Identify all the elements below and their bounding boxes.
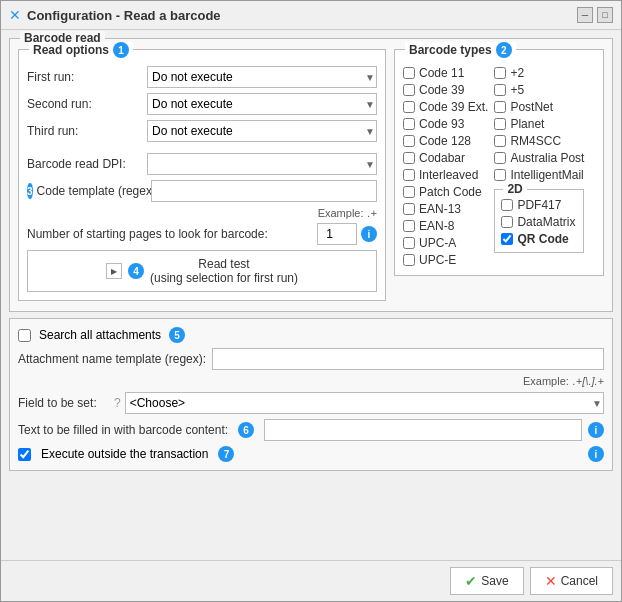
cb-rm4scc: RM4SCC — [494, 134, 584, 148]
cb-postnet-input[interactable] — [494, 101, 506, 113]
second-run-select[interactable]: Do not execute — [147, 93, 377, 115]
save-label: Save — [481, 574, 508, 588]
cb-codabar-input[interactable] — [403, 152, 415, 164]
template-label: Code template (regex): — [37, 184, 160, 198]
execute-info-icon[interactable]: i — [588, 446, 604, 462]
search-all-checkbox[interactable] — [18, 329, 31, 342]
cb-code39: Code 39 — [403, 83, 488, 97]
cb-code128-label: Code 128 — [419, 134, 471, 148]
cb-upce: UPC-E — [403, 253, 488, 267]
cb-qrcode-input[interactable] — [501, 233, 513, 245]
read-options-group: Read options 1 First run: Do not execute — [18, 49, 386, 301]
barcode-col2: +2 +5 PostNet — [494, 66, 584, 267]
cb-plus2: +2 — [494, 66, 584, 80]
field-label: Field to be set: — [18, 396, 108, 410]
main-content: Barcode read Read options 1 First run: — [1, 30, 621, 560]
cb-code39-label: Code 39 — [419, 83, 464, 97]
cancel-label: Cancel — [561, 574, 598, 588]
cb-datamatrix-label: DataMatrix — [517, 215, 575, 229]
cb-code128-input[interactable] — [403, 135, 415, 147]
cb-planet-input[interactable] — [494, 118, 506, 130]
cb-datamatrix-input[interactable] — [501, 216, 513, 228]
app-icon: ✕ — [9, 7, 21, 23]
search-all-badge: 5 — [169, 327, 185, 343]
cb-upca-label: UPC-A — [419, 236, 456, 250]
first-run-row: First run: Do not execute ▼ — [27, 66, 377, 88]
cb-code93: Code 93 — [403, 117, 488, 131]
cb-ean8-label: EAN-8 — [419, 219, 454, 233]
play-icon: ▶ — [106, 263, 122, 279]
cb-intelligentmail-label: IntelligentMail — [510, 168, 583, 182]
template-input[interactable] — [151, 180, 377, 202]
cb-plus2-input[interactable] — [494, 67, 506, 79]
cb-ean13-input[interactable] — [403, 203, 415, 215]
barcode-types-group: Barcode types 2 Code 11 — [394, 49, 604, 276]
barcode-col1: Code 11 Code 39 Code 39 Ext. — [403, 66, 488, 267]
title-bar: ✕ Configuration - Read a barcode ─ □ — [1, 1, 621, 30]
read-options-label: Read options 1 — [29, 42, 133, 58]
cb-patchcode-label: Patch Code — [419, 185, 482, 199]
cb-interleaved-input[interactable] — [403, 169, 415, 181]
pages-label: Number of starting pages to look for bar… — [27, 227, 313, 241]
cb-datamatrix: DataMatrix — [501, 215, 577, 229]
maximize-button[interactable]: □ — [597, 7, 613, 23]
cb-pdf417: PDF417 — [501, 198, 577, 212]
cb-ean8-input[interactable] — [403, 220, 415, 232]
second-run-select-wrapper: Do not execute ▼ — [147, 93, 377, 115]
attach-name-input[interactable] — [212, 348, 604, 370]
cb-australiapost-label: Australia Post — [510, 151, 584, 165]
field-select[interactable]: <Choose> — [125, 392, 604, 414]
title-controls: ─ □ — [577, 7, 613, 23]
cb-australiapost-input[interactable] — [494, 152, 506, 164]
dpi-row: Barcode read DPI: ▼ — [27, 153, 377, 175]
barcode-types-label: Barcode types 2 — [405, 42, 516, 58]
cb-intelligentmail-input[interactable] — [494, 169, 506, 181]
cb-codabar: Codabar — [403, 151, 488, 165]
cb-upce-input[interactable] — [403, 254, 415, 266]
execute-checkbox[interactable] — [18, 448, 31, 461]
cb-code11-input[interactable] — [403, 67, 415, 79]
cb-code39-input[interactable] — [403, 84, 415, 96]
cb-patchcode-input[interactable] — [403, 186, 415, 198]
footer: ✔ Save ✕ Cancel — [1, 560, 621, 601]
read-test-label: Read test (using selection for first run… — [150, 257, 298, 285]
cb-ean13-label: EAN-13 — [419, 202, 461, 216]
cb-patchcode: Patch Code — [403, 185, 488, 199]
cb-rm4scc-input[interactable] — [494, 135, 506, 147]
search-all-row: Search all attachments 5 — [18, 327, 604, 343]
cb-code39ext: Code 39 Ext. — [403, 100, 488, 114]
pages-spinbox[interactable] — [317, 223, 357, 245]
cb-ean13: EAN-13 — [403, 202, 488, 216]
cb-code128: Code 128 — [403, 134, 488, 148]
minimize-button[interactable]: ─ — [577, 7, 593, 23]
dpi-select[interactable] — [147, 153, 377, 175]
barcode-types-badge: 2 — [496, 42, 512, 58]
cb-plus5-input[interactable] — [494, 84, 506, 96]
barcode-types-content: Code 11 Code 39 Code 39 Ext. — [403, 66, 595, 267]
cb-code39ext-input[interactable] — [403, 101, 415, 113]
cb-code11: Code 11 — [403, 66, 488, 80]
cancel-button[interactable]: ✕ Cancel — [530, 567, 613, 595]
cb-code93-input[interactable] — [403, 118, 415, 130]
text-fill-info-icon[interactable]: i — [588, 422, 604, 438]
cb-pdf417-input[interactable] — [501, 199, 513, 211]
cb-pdf417-label: PDF417 — [517, 198, 561, 212]
first-run-select[interactable]: Do not execute — [147, 66, 377, 88]
cb-upca-input[interactable] — [403, 237, 415, 249]
window-title: Configuration - Read a barcode — [27, 8, 221, 23]
third-run-select[interactable]: Do not execute — [147, 120, 377, 142]
first-run-label: First run: — [27, 70, 147, 84]
cb-plus5-label: +5 — [510, 83, 524, 97]
save-button[interactable]: ✔ Save — [450, 567, 523, 595]
read-test-button[interactable]: ▶ 4 Read test (using selection for first… — [27, 250, 377, 292]
barcode-read-group: Barcode read Read options 1 First run: — [9, 38, 613, 312]
attach-name-row: Attachment name template (regex): — [18, 348, 604, 370]
text-fill-input[interactable] — [264, 419, 582, 441]
twod-group: 2D PDF417 DataMatrix — [494, 189, 584, 253]
twod-label: 2D — [503, 182, 526, 196]
cb-plus5: +5 — [494, 83, 584, 97]
read-options-badge: 1 — [113, 42, 129, 58]
cb-upca: UPC-A — [403, 236, 488, 250]
attach-name-label: Attachment name template (regex): — [18, 352, 206, 366]
pages-info-icon[interactable]: i — [361, 226, 377, 242]
